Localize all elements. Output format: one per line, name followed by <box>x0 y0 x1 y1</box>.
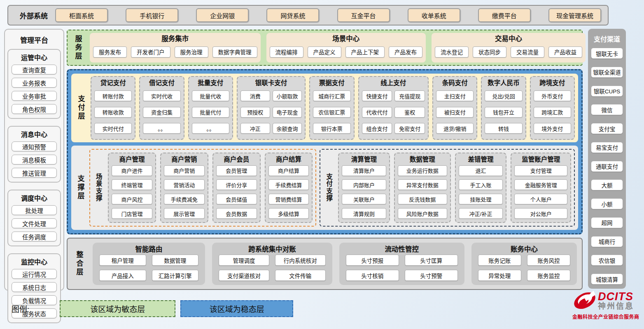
list-item: 商户风控 <box>112 194 152 204</box>
payment-layer-panel: 支付层 贷记支付 转账付款 转账收款 实时代付 借记支付 实时代收 资金归集 。… <box>71 74 578 142</box>
section-items: 租户管理 数据管理 产品接入 汇路计算引擎 <box>99 255 198 281</box>
list-item: 评价分享 <box>216 179 257 190</box>
list-item: 风险账户数据 <box>398 208 447 219</box>
list-item: 多级结算 <box>268 208 309 219</box>
column-title: 差错管理 <box>459 154 503 165</box>
list-item: 预授权 <box>240 107 270 118</box>
list-item: 金融服务管理 <box>514 179 567 190</box>
list-item: 跨境汇款 <box>534 107 571 118</box>
section-title: 跨系统集中对账 <box>219 244 326 255</box>
logo-brand: DCITS <box>598 291 634 302</box>
list-item: 批处理 <box>12 205 57 215</box>
channel-item: 城商行 <box>591 236 623 247</box>
payment-channels-title: 支付渠道 <box>591 32 623 48</box>
list-item: 兑出/兑回 <box>485 90 522 101</box>
list-item: 会员储值 <box>216 194 257 204</box>
section-items: 头寸预报 头寸匡算 头寸核销 头寸预警 <box>346 255 458 281</box>
list-item: 转账收款 <box>94 107 132 118</box>
dcits-swirl-icon <box>572 290 597 312</box>
support-layer-panel: 支撑层 场景支撑 商户管理 商户进件 终端管理 商户风控 门店管理 商户营销 商… <box>71 146 578 230</box>
legend-stable-layer: 该区域为稳态层 <box>180 300 293 317</box>
channel-item: 大额 <box>591 179 623 190</box>
channel-item: 农信银 <box>591 255 623 266</box>
stable-layer-container: 支付层 贷记支付 转账付款 转账收款 实时代付 借记支付 实时代收 资金归集 。… <box>67 69 583 234</box>
column-title: 贷记支付 <box>94 78 132 88</box>
list-item: 异常支付数据 <box>398 179 447 190</box>
section-items: 流程编排 产品定义 产品上下架 产品发布 <box>270 44 423 60</box>
external-system-item: 柜面系统 <box>55 8 108 22</box>
list-item: 内部账户 <box>342 179 386 190</box>
column-title: 条码支付 <box>436 78 474 88</box>
list-item: 管理调度 <box>219 255 269 266</box>
channel-item: 小额 <box>591 198 623 209</box>
support-layer-label: 支撑层 <box>75 149 86 227</box>
column-items: 实时代收 资金归集 。。 <box>143 88 180 136</box>
list-item: 服务发布 <box>93 46 127 58</box>
list-item: 商户结算 <box>268 165 309 176</box>
list-item: 被扫支付 <box>436 107 474 118</box>
list-item: 展示管理 <box>164 208 205 219</box>
external-system-item: 互金平台 <box>337 8 390 22</box>
list-item: 充值提现 <box>394 90 425 101</box>
legend-label: 图例: <box>12 303 29 314</box>
list-item: 终端管理 <box>112 179 152 190</box>
column-items: 消费 小额取款 预授权 电子现金 冲正 余额查询 <box>240 88 302 136</box>
external-system-item: 企业网银 <box>196 8 249 22</box>
column-title: 商户会员 <box>216 154 257 165</box>
support-column-merchant-marketing: 商户营销 商户营销 营销活动 手续费减免 展示管理 <box>160 153 208 223</box>
support-column-clearing: 清算管理 清算账户 内部账户 关联账户 清算规则 <box>338 153 390 223</box>
payment-column-online: 线上支付 快捷支付 充值提现 代收代付 鉴权 组合支付 免密支付 <box>358 76 429 140</box>
list-item: 头寸匡算 <box>405 255 458 266</box>
payment-column-crossborder: 跨境支付 外币支付 跨境汇款 境外支付 <box>530 76 575 140</box>
list-item: 推送管理 <box>12 168 57 178</box>
integration-layer-label: 整合层 <box>72 242 86 286</box>
section-items: 账务记账 账务风控 异常处理 账务监控 <box>478 255 570 281</box>
list-item: 产品接入 <box>99 270 146 281</box>
list-item: 钱包开立 <box>485 107 522 118</box>
column-title: 跨境支付 <box>534 78 571 88</box>
list-item: 流水登记 <box>435 46 469 58</box>
list-item: 业务审批 <box>12 91 57 101</box>
external-systems-title: 外部系统 <box>20 10 48 21</box>
dcits-logo: DCITS 神州信息 金融科技全产业链综合服务商 <box>572 290 642 320</box>
management-group-scheduling: 调度中心 批处理 文件处理 任务调度 <box>7 190 61 246</box>
list-item: 免密支付 <box>394 123 425 134</box>
list-item: 电子现金 <box>273 107 302 118</box>
list-item: 代收代付 <box>362 107 392 118</box>
channel-item: 城银清算 <box>591 273 623 285</box>
management-group-operations: 运管中心 查询查复 业务报表 业务审批 角色权限 <box>7 49 61 119</box>
list-item: 数据字典管理 <box>212 46 257 58</box>
column-items: 外币支付 跨境汇款 境外支付 <box>534 88 571 136</box>
column-title: 数据管理 <box>398 154 447 165</box>
channel-item: 银联CUPS <box>591 86 623 97</box>
list-item: 账务风控 <box>527 255 570 266</box>
column-title: 线上支付 <box>362 78 425 88</box>
list-item: 服务治理 <box>175 46 208 58</box>
group-items: 批处理 文件处理 任务调度 <box>12 205 57 241</box>
list-item: 会员管理 <box>216 165 257 176</box>
column-items: 商户结算 手续费结算 营销费结算 多级结算 <box>268 165 309 219</box>
section-title: 智能路由 <box>99 244 198 255</box>
list-item: 城商行汇票 <box>313 90 350 101</box>
list-item: 账务监控 <box>527 270 570 281</box>
list-item: 会员数据 <box>216 208 257 219</box>
list-item: 手续费减免 <box>164 194 205 204</box>
external-system-item: 收单系统 <box>408 8 460 22</box>
list-item: 挂账处理 <box>459 194 503 204</box>
list-item: 商户进件 <box>112 165 152 176</box>
list-item: 关联账户 <box>342 194 386 204</box>
list-item: 批量代付 <box>192 107 229 118</box>
list-item: 流程编排 <box>270 46 303 58</box>
section-title: 服务集市 <box>93 34 257 44</box>
list-item: 银行本票 <box>313 123 350 134</box>
list-item: 小额取款 <box>273 90 302 101</box>
list-item: 。。 <box>192 123 229 134</box>
group-title: 调度中心 <box>12 192 57 205</box>
integration-section-routing: 智能路由 租户管理 数据管理 产品接入 汇路计算引擎 <box>93 243 205 285</box>
list-item: 头寸预报 <box>346 255 399 266</box>
section-title: 场景中心 <box>270 34 423 44</box>
integration-section-reconciliation: 跨系统集中对账 管理调度 行内系统核对 支付渠道核对 文件传输 <box>212 243 332 285</box>
channel-item: 银联无卡 <box>591 48 623 59</box>
external-system-item: 现金管理系统 <box>548 8 601 22</box>
column-items: 会员管理 评价分享 会员储值 会员数据 <box>216 165 257 219</box>
